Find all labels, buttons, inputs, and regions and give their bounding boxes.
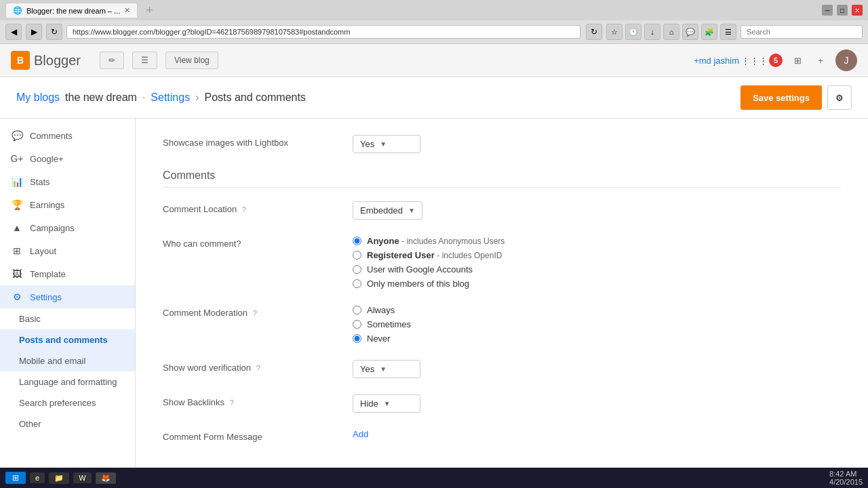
show-word-verify-row: Show word verification ? Yes ▼	[163, 360, 841, 378]
list-icon: ☰	[141, 56, 149, 65]
close-button[interactable]: ✕	[852, 5, 863, 16]
forward-button[interactable]: ▶	[26, 24, 42, 40]
new-tab-button[interactable]: +	[146, 3, 153, 18]
browser-tab[interactable]: 🌐 Blogger: the new dream – ... ✕	[5, 3, 138, 18]
sidebar-item-stats[interactable]: 📊 Stats	[0, 170, 135, 193]
show-backlinks-help[interactable]: ?	[230, 399, 234, 407]
sidebar-item-comments[interactable]: 💬 Comments	[0, 124, 135, 147]
menu-icon[interactable]: ☰	[720, 24, 736, 40]
radio-always-input[interactable]	[353, 306, 361, 314]
radio-never-input[interactable]	[353, 334, 361, 343]
address-bar[interactable]	[66, 25, 580, 39]
radio-anyone-input[interactable]	[353, 237, 361, 245]
maximize-button[interactable]: □	[837, 5, 848, 16]
earnings-label: Earnings	[30, 200, 64, 210]
sidebar-subitem-language-formatting[interactable]: Language and formatting	[0, 371, 135, 392]
show-backlinks-dropdown[interactable]: Hide ▼	[353, 394, 420, 413]
settings-icon: ⚙	[11, 291, 23, 303]
show-backlinks-label: Show Backlinks ?	[163, 394, 353, 407]
radio-google[interactable]: User with Google Accounts	[353, 264, 841, 274]
radio-registered-input[interactable]	[353, 251, 361, 260]
taskbar-ie[interactable]: e	[30, 472, 45, 483]
posts-comments-label: Posts and comments	[19, 335, 108, 345]
radio-always[interactable]: Always	[353, 305, 841, 315]
sidebar-item-template[interactable]: 🖼 Template	[0, 262, 135, 285]
radio-registered[interactable]: Registered User - includes OpenID	[353, 250, 841, 260]
radio-members-input[interactable]	[353, 279, 361, 288]
minimize-button[interactable]: ─	[822, 5, 833, 16]
radio-members[interactable]: Only members of this blog	[353, 279, 841, 289]
home-icon[interactable]: ⌂	[663, 24, 679, 40]
radio-never[interactable]: Never	[353, 333, 841, 344]
showcase-images-control: Yes ▼	[353, 135, 841, 153]
start-button[interactable]: ⊞	[5, 472, 26, 484]
back-button[interactable]: ◀	[5, 24, 22, 40]
comment-form-message-row: Comment Form Message Add	[163, 429, 841, 442]
sidebar-item-campaigns[interactable]: ▲ Campaigns	[0, 216, 135, 239]
browser-chrome: 🌐 Blogger: the new dream – ... ✕ + ─ □ ✕…	[0, 0, 868, 44]
sidebar-item-googleplus[interactable]: G+ Google+	[0, 147, 135, 170]
add-account-icon[interactable]: ⊞	[789, 52, 806, 68]
history-icon[interactable]: 🕐	[625, 24, 642, 40]
show-word-verify-dropdown[interactable]: Yes ▼	[353, 360, 420, 378]
comment-moderation-help[interactable]: ?	[253, 309, 257, 317]
stats-icon: 📊	[11, 176, 23, 188]
sidebar-subitem-basic[interactable]: Basic	[0, 308, 135, 329]
tab-close-button[interactable]: ✕	[124, 6, 130, 15]
comments-icon: 💬	[11, 129, 23, 142]
avatar[interactable]: J	[835, 49, 857, 71]
showcase-dropdown-arrow: ▼	[380, 140, 387, 148]
apps-icon[interactable]: ⋮⋮⋮	[746, 52, 762, 68]
sidebar-subitem-posts-comments[interactable]: Posts and comments	[0, 329, 135, 350]
settings-link[interactable]: Settings	[151, 92, 190, 104]
taskbar-word[interactable]: W	[73, 472, 91, 483]
sidebar-subitem-search-preferences[interactable]: Search preferences	[0, 392, 135, 413]
list-button[interactable]: ☰	[132, 52, 157, 69]
sidebar-item-layout[interactable]: ⊞ Layout	[0, 239, 135, 262]
blogger-header: B Blogger ✏ ☰ View blog +md jashim ⋮⋮⋮ 5…	[0, 44, 868, 77]
reload-button[interactable]: ↻	[586, 24, 602, 40]
sidebar-item-settings[interactable]: ⚙ Settings	[0, 285, 135, 308]
comment-location-value: Embedded	[360, 205, 403, 216]
show-backlinks-value: Hide	[360, 399, 378, 409]
layout-label: Layout	[30, 246, 56, 256]
settings-label: Settings	[30, 292, 62, 302]
taskbar-firefox[interactable]: 🦊	[96, 472, 116, 484]
save-settings-button[interactable]: Save settings	[741, 85, 822, 110]
my-blogs-link[interactable]: My blogs	[16, 92, 60, 104]
gear-button[interactable]: ⚙	[827, 85, 852, 110]
googleplus-icon: G+	[11, 152, 23, 165]
show-word-verify-help[interactable]: ?	[256, 364, 260, 372]
comment-location-label: Comment Location ?	[163, 201, 353, 214]
comment-form-message-add-link[interactable]: Add	[353, 429, 368, 439]
notification-badge[interactable]: 5	[769, 54, 783, 67]
share-icon[interactable]: +	[812, 52, 829, 68]
view-blog-button[interactable]: View blog	[165, 52, 218, 69]
campaigns-icon: ▲	[11, 222, 23, 234]
download-icon[interactable]: ↓	[644, 24, 660, 40]
comment-location-help[interactable]: ?	[242, 205, 246, 214]
sidebar-subitem-mobile-email[interactable]: Mobile and email	[0, 350, 135, 371]
bookmark-icon[interactable]: ☆	[606, 24, 623, 40]
showcase-dropdown[interactable]: Yes ▼	[353, 135, 420, 153]
user-name[interactable]: +md jashim	[694, 56, 739, 66]
template-label: Template	[30, 269, 66, 279]
sidebar-item-earnings[interactable]: 🏆 Earnings	[0, 193, 135, 216]
browser-search-input[interactable]	[741, 25, 863, 39]
radio-sometimes[interactable]: Sometimes	[353, 319, 841, 329]
radio-sometimes-input[interactable]	[353, 320, 361, 329]
sidebar-subitem-other[interactable]: Other	[0, 413, 135, 434]
window-controls: ─ □ ✕	[822, 5, 863, 16]
taskbar: ⊞ e 📁 W 🦊 8:42 AM 4/20/2015	[0, 468, 868, 488]
extension-icon[interactable]: 🧩	[701, 24, 717, 40]
chat-icon[interactable]: 💬	[682, 24, 698, 40]
radio-google-input[interactable]	[353, 265, 361, 274]
taskbar-explorer[interactable]: 📁	[49, 472, 69, 484]
edit-button[interactable]: ✏	[100, 52, 124, 69]
refresh-button[interactable]: ↻	[46, 24, 62, 40]
header-user: +md jashim ⋮⋮⋮ 5 ⊞ + J	[694, 49, 857, 71]
breadcrumb-bar: My blogs the new dream · Settings › Post…	[0, 77, 868, 119]
comment-location-dropdown[interactable]: Embedded ▼	[353, 201, 422, 220]
radio-anyone[interactable]: Anyone - includes Anonymous Users	[353, 236, 841, 246]
show-word-verify-value: Yes	[360, 364, 374, 374]
